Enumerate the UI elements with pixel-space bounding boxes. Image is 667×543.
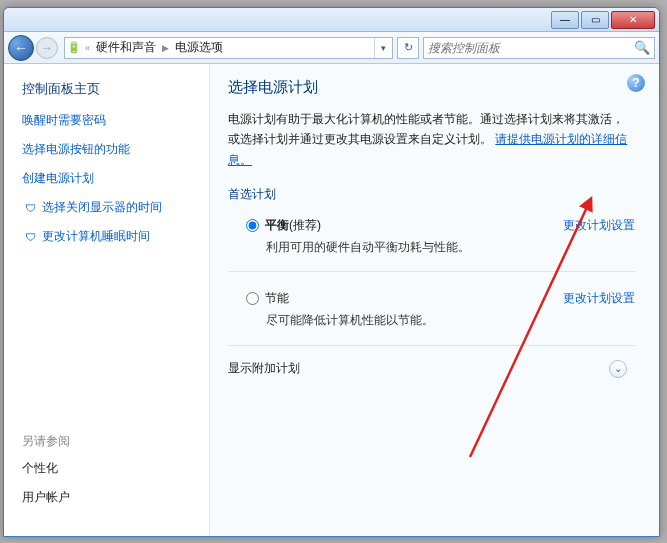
- sidebar-link-label: 个性化: [22, 460, 58, 477]
- separator: [228, 345, 635, 346]
- close-button[interactable]: ✕: [611, 11, 655, 29]
- sidebar-link-personalization[interactable]: 个性化: [22, 460, 70, 477]
- sidebar-link-create-plan[interactable]: 创建电源计划: [22, 170, 191, 187]
- sidebar-link-user-accounts[interactable]: 用户帐户: [22, 489, 70, 506]
- sidebar-link-label: 唤醒时需要密码: [22, 112, 106, 129]
- sidebar-link-wake-password[interactable]: 唤醒时需要密码: [22, 112, 191, 129]
- sidebar-title[interactable]: 控制面板主页: [22, 80, 191, 98]
- sidebar: 控制面板主页 唤醒时需要密码 选择电源按钮的功能 创建电源计划 🛡选择关闭显示器…: [4, 64, 209, 536]
- breadcrumb-seg-power[interactable]: 电源选项: [171, 39, 227, 56]
- maximize-button[interactable]: ▭: [581, 11, 609, 29]
- control-panel-icon: 🔋: [65, 41, 83, 54]
- refresh-icon: ↻: [404, 41, 413, 54]
- sidebar-link-label: 选择电源按钮的功能: [22, 141, 130, 158]
- search-icon: 🔍: [634, 40, 650, 55]
- sidebar-bottom: 另请参阅 个性化 用户帐户: [22, 433, 70, 518]
- content-area: 控制面板主页 唤醒时需要密码 选择电源按钮的功能 创建电源计划 🛡选择关闭显示器…: [4, 64, 659, 536]
- shield-icon: 🛡: [22, 200, 38, 216]
- chevron-right-icon: ▶: [160, 43, 171, 53]
- page-title: 选择电源计划: [228, 78, 635, 97]
- chevron-down-icon: ⌄: [614, 363, 622, 374]
- maximize-icon: ▭: [591, 14, 600, 25]
- breadcrumb-seg-hardware[interactable]: 硬件和声音: [92, 39, 160, 56]
- radio-input[interactable]: [246, 219, 259, 232]
- chevron-right-icon: «: [83, 43, 92, 53]
- change-plan-link-powersaver[interactable]: 更改计划设置: [563, 290, 635, 307]
- radio-input[interactable]: [246, 292, 259, 305]
- close-icon: ✕: [629, 14, 637, 25]
- plan-balanced: 平衡 (推荐) 利用可用的硬件自动平衡功耗与性能。 更改计划设置: [228, 213, 635, 261]
- sidebar-link-label: 创建电源计划: [22, 170, 94, 187]
- back-arrow-icon: ←: [14, 40, 28, 56]
- sidebar-link-label: 用户帐户: [22, 489, 70, 506]
- plan-name-label: 节能: [265, 290, 289, 307]
- sidebar-link-label: 更改计算机睡眠时间: [42, 228, 150, 245]
- additional-plans-label: 显示附加计划: [228, 360, 300, 377]
- sidebar-link-label: 选择关闭显示器的时间: [42, 199, 162, 216]
- additional-plans-row[interactable]: 显示附加计划 ⌄: [228, 360, 635, 378]
- plan-balanced-radio[interactable]: 平衡 (推荐): [246, 217, 563, 234]
- titlebar: — ▭ ✕: [4, 8, 659, 32]
- sidebar-link-power-button[interactable]: 选择电源按钮的功能: [22, 141, 191, 158]
- shield-icon: 🛡: [22, 229, 38, 245]
- separator: [228, 271, 635, 272]
- plan-powersaver: 节能 尽可能降低计算机性能以节能。 更改计划设置: [228, 286, 635, 334]
- help-icon[interactable]: ?: [627, 74, 645, 92]
- preferred-plans-label: 首选计划: [228, 186, 635, 203]
- sidebar-link-sleep-time[interactable]: 🛡更改计算机睡眠时间: [22, 228, 191, 245]
- address-bar[interactable]: 🔋 « 硬件和声音 ▶ 电源选项 ▾: [64, 37, 393, 59]
- see-also-label: 另请参阅: [22, 433, 70, 450]
- plan-balanced-desc: 利用可用的硬件自动平衡功耗与性能。: [246, 238, 563, 257]
- minimize-button[interactable]: —: [551, 11, 579, 29]
- back-button[interactable]: ←: [8, 35, 34, 61]
- forward-button[interactable]: →: [36, 37, 58, 59]
- plan-name-label: 平衡: [265, 217, 289, 234]
- change-plan-link-balanced[interactable]: 更改计划设置: [563, 217, 635, 234]
- search-input[interactable]: [428, 41, 634, 55]
- address-dropdown[interactable]: ▾: [374, 38, 392, 58]
- search-box[interactable]: 🔍: [423, 37, 655, 59]
- control-panel-window: — ▭ ✕ ← → 🔋 « 硬件和声音 ▶ 电源选项 ▾ ↻ 🔍 控制面板主页 …: [3, 7, 660, 537]
- intro-text: 电源计划有助于最大化计算机的性能或者节能。通过选择计划来将其激活，或选择计划并通…: [228, 109, 635, 170]
- plan-recommended-label: (推荐): [289, 217, 321, 234]
- minimize-icon: —: [560, 14, 570, 25]
- navigation-bar: ← → 🔋 « 硬件和声音 ▶ 电源选项 ▾ ↻ 🔍: [4, 32, 659, 64]
- expand-button[interactable]: ⌄: [609, 360, 627, 378]
- plan-powersaver-desc: 尽可能降低计算机性能以节能。: [246, 311, 563, 330]
- main-panel: ? 选择电源计划 电源计划有助于最大化计算机的性能或者节能。通过选择计划来将其激…: [209, 64, 659, 536]
- forward-arrow-icon: →: [41, 41, 53, 55]
- plan-powersaver-radio[interactable]: 节能: [246, 290, 563, 307]
- sidebar-link-display-off[interactable]: 🛡选择关闭显示器的时间: [22, 199, 191, 216]
- refresh-button[interactable]: ↻: [397, 37, 419, 59]
